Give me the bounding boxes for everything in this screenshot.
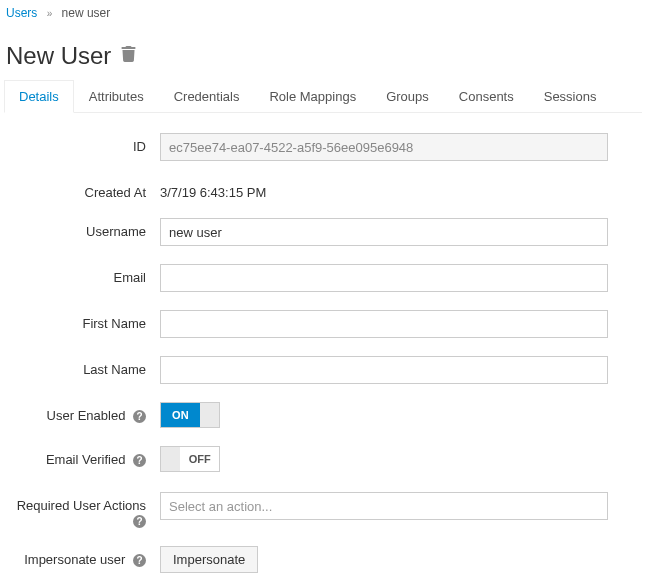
tab-details[interactable]: Details — [4, 80, 74, 113]
email-verified-label: Email Verified ? — [10, 446, 160, 467]
user-enabled-label: User Enabled ? — [10, 402, 160, 423]
created-at-label: Created At — [10, 179, 160, 200]
required-actions-label: Required User Actions ? — [10, 492, 160, 528]
tabs: Details Attributes Credentials Role Mapp… — [4, 80, 642, 113]
email-verified-toggle[interactable]: OFF — [160, 446, 220, 472]
help-icon[interactable]: ? — [133, 410, 146, 423]
user-enabled-toggle[interactable]: ON — [160, 402, 220, 428]
impersonate-button[interactable]: Impersonate — [160, 546, 258, 573]
trash-icon[interactable] — [121, 46, 136, 66]
toggle-on-segment: ON — [161, 403, 200, 427]
title-row: New User — [0, 24, 646, 80]
tab-attributes[interactable]: Attributes — [74, 80, 159, 113]
last-name-label: Last Name — [10, 356, 160, 377]
required-actions-select[interactable]: Select an action... — [160, 492, 608, 520]
chevron-right-icon: » — [47, 8, 53, 19]
help-icon[interactable]: ? — [133, 454, 146, 467]
tab-consents[interactable]: Consents — [444, 80, 529, 113]
id-label: ID — [10, 133, 160, 154]
impersonate-user-label: Impersonate user ? — [10, 546, 160, 567]
tab-role-mappings[interactable]: Role Mappings — [254, 80, 371, 113]
toggle-off-segment: OFF — [180, 447, 219, 471]
tab-sessions[interactable]: Sessions — [529, 80, 612, 113]
breadcrumb-current: new user — [62, 6, 111, 20]
page-title: New User — [6, 42, 111, 70]
created-at-value: 3/7/19 6:43:15 PM — [160, 179, 636, 200]
tab-credentials[interactable]: Credentials — [159, 80, 255, 113]
tab-groups[interactable]: Groups — [371, 80, 444, 113]
first-name-field[interactable] — [160, 310, 608, 338]
breadcrumb: Users » new user — [0, 0, 646, 24]
id-field — [160, 133, 608, 161]
toggle-off-segment — [200, 403, 219, 427]
toggle-on-segment — [161, 447, 180, 471]
username-label: Username — [10, 218, 160, 239]
email-label: Email — [10, 264, 160, 285]
first-name-label: First Name — [10, 310, 160, 331]
help-icon[interactable]: ? — [133, 554, 146, 567]
details-form: ID Created At 3/7/19 6:43:15 PM Username… — [0, 113, 646, 584]
last-name-field[interactable] — [160, 356, 608, 384]
breadcrumb-users-link[interactable]: Users — [6, 6, 37, 20]
help-icon[interactable]: ? — [133, 515, 146, 528]
username-field[interactable] — [160, 218, 608, 246]
email-field[interactable] — [160, 264, 608, 292]
